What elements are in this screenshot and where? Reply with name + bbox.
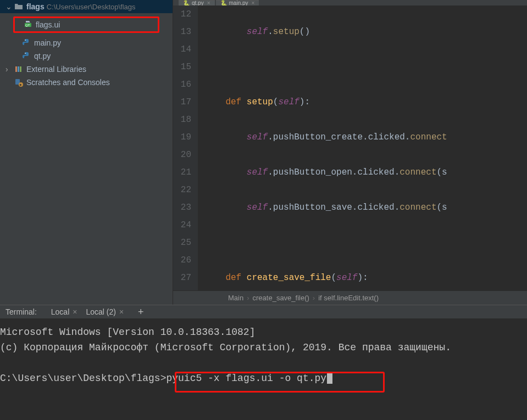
- scratches-row[interactable]: ▶ Scratches and Consoles: [0, 76, 173, 89]
- file-row-qt-py[interactable]: qt.py: [0, 49, 173, 63]
- scratches-label: Scratches and Consoles: [26, 78, 110, 87]
- svg-rect-6: [20, 66, 21, 72]
- file-label: main.py: [34, 38, 61, 47]
- folder-icon: [14, 2, 23, 11]
- breadcrumb-item[interactable]: if self.lineEdit.text(): [318, 294, 379, 302]
- svg-text:QT: QT: [25, 24, 30, 27]
- svg-point-3: [25, 53, 26, 54]
- breadcrumb-item[interactable]: create_save_file(): [253, 294, 309, 302]
- svg-point-2: [25, 40, 26, 41]
- file-label: qt.py: [34, 52, 51, 60]
- terminal-header: Terminal: Local × Local (2) × +: [0, 305, 527, 319]
- close-icon[interactable]: ×: [252, 0, 255, 5]
- file-label: flags.ui: [36, 20, 60, 29]
- python-file-icon: [22, 38, 31, 47]
- terminal-label: Terminal:: [5, 307, 37, 316]
- python-file-icon: [22, 52, 31, 60]
- terminal-line: [0, 355, 527, 371]
- terminal-body[interactable]: Microsoft Windows [Version 10.0.18363.10…: [0, 319, 527, 420]
- chevron-right-icon: ›: [247, 294, 249, 302]
- project-root-name: flags: [26, 2, 45, 11]
- tab-qt-py[interactable]: 🐍qt.py×: [179, 0, 215, 5]
- terminal-line: Microsoft Windows [Version 10.0.18363.10…: [0, 324, 527, 340]
- terminal-panel[interactable]: Terminal: Local × Local (2) × + Microsof…: [0, 305, 527, 420]
- svg-rect-4: [15, 66, 17, 72]
- chevron-down-icon: ⌄: [5, 2, 13, 11]
- project-root-row[interactable]: ⌄ flags C:\Users\user\Desktop\flags: [0, 0, 173, 13]
- close-icon[interactable]: ×: [119, 307, 124, 316]
- tab-main-py[interactable]: 🐍main.py×: [216, 0, 259, 5]
- file-row-main-py[interactable]: main.py: [0, 36, 173, 49]
- close-icon[interactable]: ×: [207, 0, 210, 5]
- close-icon[interactable]: ×: [73, 307, 77, 316]
- code-content[interactable]: self.setup() def setup(self): self.pushB…: [198, 5, 527, 290]
- chevron-right-icon: ›: [313, 294, 315, 302]
- svg-text:▶: ▶: [20, 83, 22, 86]
- chevron-right-icon: ›: [5, 65, 13, 74]
- terminal-line: (c) Корпорация Майкрософт (Microsoft Cor…: [0, 340, 527, 355]
- editor-tabs[interactable]: 🐍qt.py× 🐍main.py×: [173, 0, 527, 5]
- external-libraries-row[interactable]: › External Libraries: [0, 63, 173, 76]
- line-gutter: 12 13 14 15 16 17 18 19 20 21 22 23 24 2…: [173, 5, 198, 290]
- file-row-flags-ui[interactable]: QT flags.ui: [15, 18, 158, 31]
- terminal-tab-local[interactable]: Local ×: [47, 305, 82, 318]
- add-terminal-button[interactable]: +: [135, 306, 147, 318]
- breadcrumb[interactable]: Main › create_save_file() › if self.line…: [173, 290, 527, 305]
- breadcrumb-item[interactable]: Main: [228, 294, 243, 302]
- library-icon: [14, 65, 23, 74]
- scratches-icon: ▶: [14, 78, 23, 87]
- python-file-icon: 🐍: [183, 0, 190, 5]
- qt-file-icon: QT: [24, 20, 32, 29]
- editor-column: 🐍qt.py× 🐍main.py× 12 13 14 15 16 17 18 1…: [173, 0, 527, 305]
- project-sidebar[interactable]: ⌄ flags C:\Users\user\Desktop\flags QT f…: [0, 0, 173, 305]
- annotation-highlight-flags-ui: QT flags.ui: [13, 16, 159, 33]
- external-libraries-label: External Libraries: [26, 65, 86, 74]
- code-editor[interactable]: 12 13 14 15 16 17 18 19 20 21 22 23 24 2…: [173, 5, 527, 290]
- python-file-icon: 🐍: [220, 0, 227, 5]
- annotation-highlight-command: [175, 372, 385, 393]
- project-root-path: C:\Users\user\Desktop\flags: [47, 3, 136, 11]
- terminal-tab-local-2[interactable]: Local (2) ×: [81, 305, 128, 318]
- svg-rect-5: [18, 66, 19, 72]
